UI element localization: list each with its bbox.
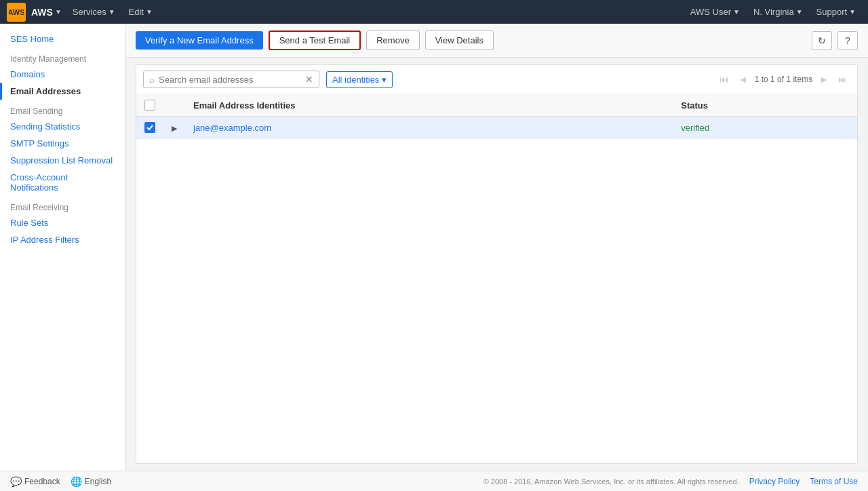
sidebar-group-email-sending: Email Sending bbox=[0, 100, 125, 118]
header-checkbox[interactable] bbox=[144, 100, 155, 111]
language-button[interactable]: 🌐 English bbox=[71, 476, 111, 487]
sidebar-item-rule-sets[interactable]: Rule Sets bbox=[0, 214, 125, 231]
refresh-button[interactable]: ↻ bbox=[812, 31, 832, 50]
search-row: ⌕ ✕ All identities ▾ ⏮ ◄ 1 to 1 of 1 ite… bbox=[136, 65, 857, 94]
copyright: © 2008 - 2016, Amazon Web Services, Inc.… bbox=[484, 477, 739, 486]
expand-arrow-icon[interactable]: ▶ bbox=[172, 124, 177, 132]
pagination-prev-button[interactable]: ◄ bbox=[736, 73, 751, 86]
search-clear-icon[interactable]: ✕ bbox=[305, 74, 313, 85]
sidebar-item-sending-statistics[interactable]: Sending Statistics bbox=[0, 118, 125, 135]
pagination-last-button[interactable]: ⏭ bbox=[835, 73, 850, 86]
sidebar-group-email-receiving: Email Receiving bbox=[0, 196, 125, 214]
sidebar-item-cross-account[interactable]: Cross-Account Notifications bbox=[0, 169, 125, 196]
table-header-expand bbox=[163, 94, 185, 117]
region-menu[interactable]: N. Virginia ▼ bbox=[748, 4, 808, 20]
privacy-policy-link[interactable]: Privacy Policy bbox=[749, 477, 800, 486]
email-table: Email Address Identities Status bbox=[136, 94, 857, 139]
aws-brand[interactable]: AWS ▼ bbox=[31, 7, 62, 18]
search-icon: ⌕ bbox=[149, 75, 155, 85]
table-header-status: Status bbox=[673, 94, 857, 117]
pagination-first-button[interactable]: ⏮ bbox=[717, 73, 732, 86]
sidebar-item-email-addresses[interactable]: Email Addresses bbox=[0, 83, 125, 100]
row-status-cell: verified bbox=[673, 117, 857, 139]
view-details-button[interactable]: View Details bbox=[425, 31, 494, 50]
sidebar: ‹ SES Home Identity Management Domains E… bbox=[0, 24, 125, 471]
sidebar-item-domains[interactable]: Domains bbox=[0, 66, 125, 83]
filter-dropdown[interactable]: All identities ▾ bbox=[326, 71, 393, 88]
user-menu[interactable]: AWS User ▼ bbox=[685, 4, 745, 20]
verify-new-email-button[interactable]: Verify a New Email Address bbox=[136, 31, 263, 50]
status-badge: verified bbox=[681, 123, 709, 133]
send-test-email-button[interactable]: Send a Test Email bbox=[269, 31, 361, 50]
pagination-info: ⏮ ◄ 1 to 1 of 1 items ► ⏭ bbox=[717, 73, 850, 86]
sidebar-item-ip-filters[interactable]: IP Address Filters bbox=[0, 231, 125, 248]
feedback-button[interactable]: 💬 Feedback bbox=[10, 476, 60, 487]
feedback-icon: 💬 bbox=[10, 476, 22, 487]
sidebar-item-ses-home[interactable]: SES Home bbox=[0, 31, 125, 47]
search-input[interactable] bbox=[159, 75, 301, 85]
table-header-checkbox bbox=[136, 94, 163, 117]
remove-button[interactable]: Remove bbox=[366, 31, 419, 50]
toolbar: Verify a New Email Address Send a Test E… bbox=[125, 24, 868, 58]
chevron-down-icon: ▾ bbox=[382, 75, 387, 85]
pagination-next-button[interactable]: ► bbox=[816, 73, 831, 86]
edit-nav[interactable]: Edit ▼ bbox=[123, 4, 158, 20]
aws-logo: AWS bbox=[7, 3, 26, 22]
table-row[interactable]: ▶ jane@example.com verified bbox=[136, 117, 857, 139]
terms-of-use-link[interactable]: Terms of Use bbox=[810, 477, 858, 486]
row-checkbox[interactable] bbox=[144, 122, 155, 133]
svg-text:AWS: AWS bbox=[9, 8, 24, 16]
row-expand-cell: ▶ bbox=[163, 117, 185, 139]
sidebar-item-suppression[interactable]: Suppression List Removal bbox=[0, 152, 125, 169]
sidebar-group-identity: Identity Management bbox=[0, 47, 125, 66]
sidebar-toggle[interactable]: ‹ bbox=[125, 237, 125, 258]
email-link[interactable]: jane@example.com bbox=[193, 123, 271, 133]
services-nav[interactable]: Services ▼ bbox=[67, 4, 121, 20]
row-email-cell: jane@example.com bbox=[185, 117, 673, 139]
help-button[interactable]: ? bbox=[837, 31, 858, 50]
table-container: ⌕ ✕ All identities ▾ ⏮ ◄ 1 to 1 of 1 ite… bbox=[136, 64, 858, 464]
main-content: Verify a New Email Address Send a Test E… bbox=[125, 24, 868, 471]
footer: 💬 Feedback 🌐 English © 2008 - 2016, Amaz… bbox=[0, 471, 868, 491]
globe-icon: 🌐 bbox=[71, 476, 82, 487]
table-header-email: Email Address Identities bbox=[185, 94, 673, 117]
search-box: ⌕ ✕ bbox=[143, 71, 319, 88]
top-navigation: AWS AWS ▼ Services ▼ Edit ▼ AWS User ▼ N… bbox=[0, 0, 868, 24]
support-menu[interactable]: Support ▼ bbox=[811, 4, 861, 20]
sidebar-item-smtp-settings[interactable]: SMTP Settings bbox=[0, 135, 125, 152]
row-checkbox-cell bbox=[136, 117, 163, 139]
